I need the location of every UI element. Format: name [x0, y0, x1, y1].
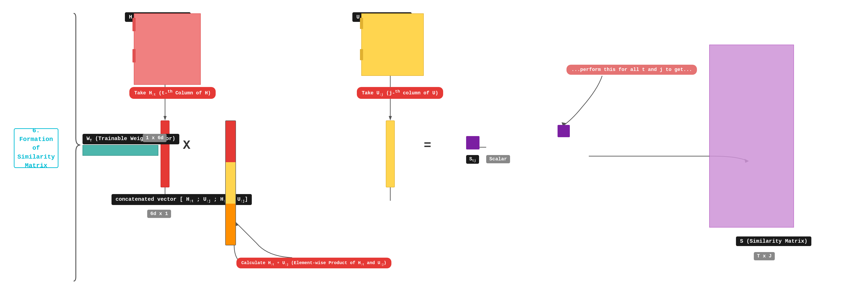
u-connector-top [360, 18, 363, 29]
concat-part-orange [226, 204, 236, 245]
wt-dim-box: 1 x 6d [143, 134, 166, 142]
concat-part-yellow [226, 162, 236, 203]
concat-part-red [226, 121, 236, 162]
stj-purple-square [466, 136, 479, 149]
multiply-operator: X [183, 138, 190, 153]
side-label: 6. Formation of Similarity Matrix [14, 128, 58, 168]
s-matrix-rect [709, 45, 794, 228]
concat-vector [225, 120, 236, 245]
concat-dim-box: 6d x 1 [147, 210, 171, 218]
s-dim-box: T x J [754, 252, 775, 260]
h-matrix-rect [134, 13, 201, 85]
svg-marker-3 [163, 116, 166, 120]
stj-label-box: Stj [466, 155, 479, 164]
calculate-box: Calculate H:t ∘ U:j (Element-wise Produc… [237, 258, 392, 268]
take-uj-box: Take U:j (j-th column of U) [357, 87, 443, 99]
u-connector-bot [360, 49, 363, 60]
s-matrix-label: S (Similarity Matrix) [736, 236, 811, 246]
perform-all-box: ...perform this for all t and j to get..… [566, 65, 697, 75]
svg-marker-5 [389, 116, 392, 120]
u-matrix-rect [361, 13, 424, 76]
h-connector-top [132, 18, 135, 31]
side-label-text: 6. Formation of Similarity Matrix [17, 126, 56, 170]
take-ht-box: Take H:t (t-th Column of H) [129, 87, 216, 99]
h-connector-bot [132, 49, 135, 62]
scalar-label-box: Scalar [486, 155, 510, 163]
ht-column-vector [161, 120, 169, 187]
perform-purple-square [558, 125, 570, 137]
diagram-container: 6. Formation of Similarity Matrix H (Con… [0, 0, 868, 292]
wt-rect [83, 145, 158, 156]
uj-column-vector [386, 120, 395, 187]
equals-operator: = [424, 138, 431, 153]
